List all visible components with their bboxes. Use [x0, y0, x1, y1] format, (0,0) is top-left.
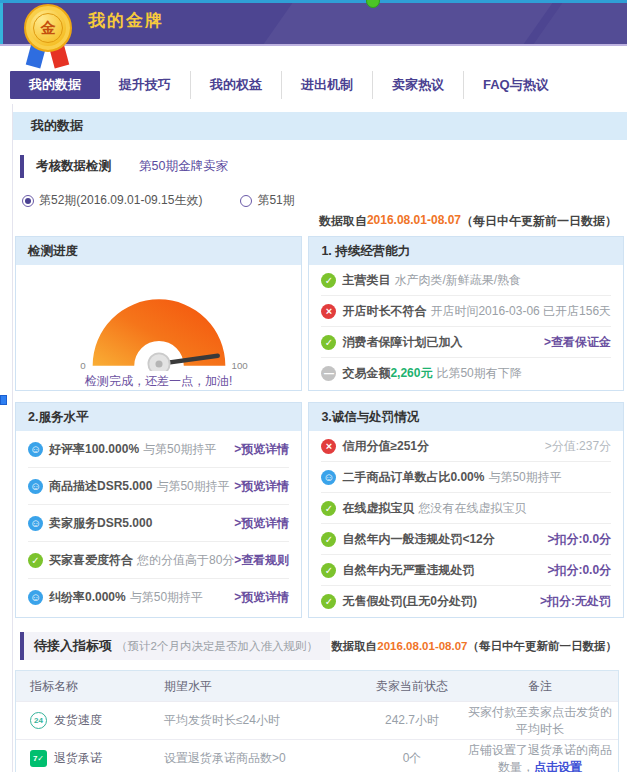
deduction-link[interactable]: >扣分:0.0分	[547, 562, 611, 579]
list-item: ☺ 卖家服务DSR5.000 >预览详情	[28, 505, 289, 542]
radio-label: 第51期	[257, 192, 294, 209]
gauge-max-label: 100	[231, 360, 248, 371]
pending-section-title: 待接入指标项	[34, 637, 112, 655]
list-item: — 交易金额 2,260元 比第50期有下降	[321, 358, 611, 389]
nav-tabs: 我的数据 提升技巧 我的权益 进出机制 卖家热议 FAQ与热议	[10, 70, 627, 100]
period-selector: 第52期(2016.09.01-09.15生效) 第51期	[13, 192, 627, 209]
content-area: 我的数据 考核数据检测 第50期金牌卖家 第52期(2016.09.01-09.…	[12, 104, 627, 772]
list-item: × 开店时长不符合 开店时间2016-03-06 已开店156天	[321, 296, 611, 327]
list-item: ☺ 好评率100.000% 与第50期持平 >预览详情	[28, 431, 289, 468]
list-item: ☺ 二手商品订单数占比0.00% 与第50期持平	[321, 462, 611, 493]
subtab-assessment-data[interactable]: 考核数据检测	[20, 155, 125, 178]
clock-24-icon: 24	[30, 712, 47, 729]
preview-detail-link[interactable]: >预览详情	[234, 478, 289, 495]
list-item: ✓ 主营类目 水产肉类/新鲜蔬果/熟食	[321, 265, 611, 296]
view-deposit-link[interactable]: >查看保证金	[544, 334, 611, 351]
sub-tabs: 考核数据检测 第50期金牌卖家	[13, 155, 627, 178]
data-source-note: 数据取自2016.08.01-08.07（每日中午更新前一日数据）	[13, 213, 627, 230]
radio-label: 第52期(2016.09.01-09.15生效)	[39, 192, 202, 209]
transaction-amount: 2,260元	[390, 365, 432, 382]
radio-period-51[interactable]: 第51期	[240, 192, 294, 209]
deduction-link[interactable]: >扣分:无处罚	[540, 593, 611, 610]
smile-icon: ☺	[28, 479, 43, 494]
list-item: ✓ 在线虚拟宝贝 您没有在线虚拟宝贝	[321, 493, 611, 524]
deduction-link[interactable]: >扣分:0.0分	[547, 531, 611, 548]
pending-section-note: （预计2个月内决定是否加入准入规则）	[116, 639, 318, 654]
page-title: 我的金牌	[88, 9, 164, 32]
panel-title: 1. 持续经营能力	[309, 237, 623, 265]
panel-title: 检测进度	[16, 237, 301, 265]
page-banner: 我的金牌	[0, 0, 627, 46]
smile-icon: ☺	[321, 470, 336, 485]
check-icon: ✓	[28, 553, 43, 568]
medal-circle-icon: 金	[24, 4, 72, 52]
indicators-table: 指标名称 期望水平 卖家当前状态 备注 24 发货速度 平均发货时长≤24小时 …	[15, 670, 619, 772]
check-icon: ✓	[321, 532, 336, 547]
credit-score-note: >分值:237分	[545, 438, 611, 455]
cross-icon: ×	[321, 439, 336, 454]
smile-icon: ☺	[28, 590, 43, 605]
gold-medal-icon: 金	[22, 4, 78, 70]
list-item: ☺ 商品描述DSR5.000 与第50期持平 >预览详情	[28, 468, 289, 505]
check-icon: ✓	[321, 335, 336, 350]
return-7day-icon: 7✓	[30, 750, 47, 767]
list-item: ✓ 消费者保障计划已加入 >查看保证金	[321, 327, 611, 358]
panel-service-level: 2.服务水平 ☺ 好评率100.000% 与第50期持平 >预览详情 ☺ 商品描…	[15, 402, 302, 618]
panel-credit-punishment: 3.诚信与处罚情况 × 信用分值≥251分 >分值:237分 ☺ 二手商品订单数…	[308, 402, 624, 618]
check-icon: ✓	[321, 594, 336, 609]
nav-tab-seller-talk[interactable]: 卖家热议	[372, 71, 463, 99]
preview-detail-link[interactable]: >预览详情	[234, 515, 289, 532]
table-row: 7✓ 退货承诺 设置退货承诺商品数>0 0个 店铺设置了退货承诺的商品数量，点击…	[16, 739, 618, 772]
check-icon: ✓	[321, 563, 336, 578]
nav-tab-entry-exit[interactable]: 进出机制	[281, 71, 372, 99]
banner-left-strip	[0, 0, 3, 46]
set-now-link[interactable]: 点击设置	[534, 760, 582, 772]
cross-icon: ×	[321, 304, 336, 319]
panel-title: 2.服务水平	[16, 403, 301, 431]
neutral-icon: —	[321, 366, 336, 381]
radio-dot-icon	[240, 195, 252, 207]
panel-title: 3.诚信与处罚情况	[309, 403, 623, 431]
data-date: 2016.08.01-08.07	[367, 213, 461, 230]
nav-tab-faq[interactable]: FAQ与热议	[463, 71, 568, 99]
list-item: ☺ 纠纷率0.000% 与第50期持平 >预览详情	[28, 579, 289, 616]
left-edge-blue-marker	[0, 395, 7, 405]
top-browser-strip	[0, 0, 627, 3]
gauge-min-label: 0	[80, 360, 86, 371]
table-row: 24 发货速度 平均发货时长≤24小时 242.7小时 买家付款至卖家点击发货的…	[16, 701, 618, 739]
nav-tab-my-data[interactable]: 我的数据	[10, 71, 100, 99]
list-item: ✓ 自然年内一般违规处罚<12分 >扣分:0.0分	[321, 524, 611, 555]
data-date: 2016.08.01-08.07	[377, 640, 467, 652]
radio-dot-icon	[22, 195, 34, 207]
list-item: ✓ 自然年内无严重违规处罚 >扣分:0.0分	[321, 555, 611, 586]
gauge-chart: 0 100 检测完成，还差一点，加油!	[16, 265, 301, 390]
panel-check-progress: 检测进度 0 100	[15, 236, 302, 391]
smile-icon: ☺	[28, 442, 43, 457]
preview-detail-link[interactable]: >预览详情	[234, 441, 289, 458]
preview-detail-link[interactable]: >预览详情	[234, 589, 289, 606]
radio-period-52[interactable]: 第52期(2016.09.01-09.15生效)	[22, 192, 202, 209]
list-item: ✓ 无售假处罚(且无0分处罚) >扣分:无处罚	[321, 586, 611, 617]
gauge-svg: 0 100	[54, 279, 264, 371]
table-header: 指标名称 期望水平 卖家当前状态 备注	[16, 671, 618, 701]
subtab-period50-sellers[interactable]: 第50期金牌卖家	[125, 155, 242, 178]
gauge-caption: 检测完成，还差一点，加油!	[85, 373, 232, 390]
section-title: 我的数据	[13, 112, 627, 140]
smile-icon: ☺	[28, 516, 43, 531]
nav-tab-my-benefits[interactable]: 我的权益	[190, 71, 281, 99]
list-item: ✓ 买家喜爱度符合 您的分值高于80分 >查看规则	[28, 542, 289, 579]
nav-tab-improve-skills[interactable]: 提升技巧	[100, 71, 190, 99]
panels-grid: 检测进度 0 100	[15, 236, 623, 618]
list-item: × 信用分值≥251分 >分值:237分	[321, 431, 611, 462]
check-icon: ✓	[321, 273, 336, 288]
view-rules-link[interactable]: >查看规则	[234, 552, 289, 569]
check-icon: ✓	[321, 501, 336, 516]
data-source-note: 数据取自2016.08.01-08.07（每日中午更新前一日数据）	[331, 639, 617, 654]
panel-sustained-operation: 1. 持续经营能力 ✓ 主营类目 水产肉类/新鲜蔬果/熟食 × 开店时长不符合 …	[308, 236, 624, 391]
pending-section-header: 待接入指标项 （预计2个月内决定是否加入准入规则） 数据取自2016.08.01…	[13, 632, 627, 660]
